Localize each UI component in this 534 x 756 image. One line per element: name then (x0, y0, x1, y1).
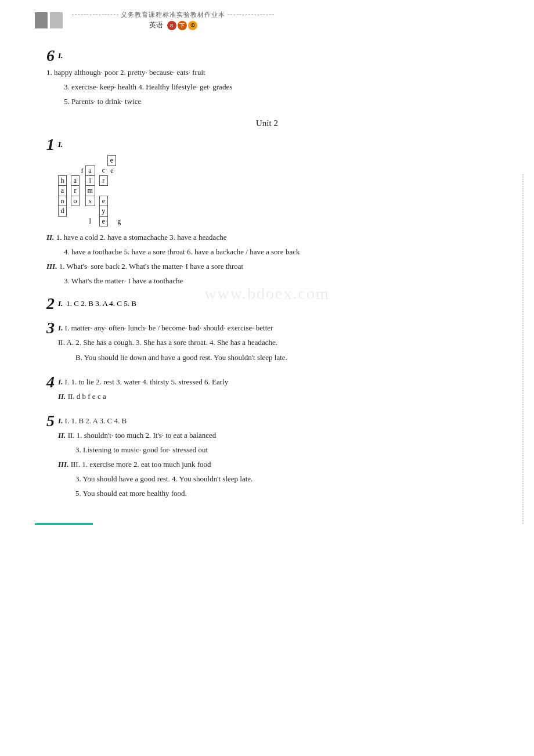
section-4-number: 4 (46, 374, 55, 390)
content-area: 6 I. 1. happy although· poor 2. pretty· … (0, 36, 534, 533)
section-1b-II-answer-2: 4. have a toothache 5. have a sore throa… (46, 246, 488, 258)
section-5: 5 I. I. 1. B 2. A 3. C 4. B II. II. 1. s… (46, 413, 488, 502)
cw-cell: s (85, 196, 95, 206)
section-6-header: 6 I. (46, 48, 488, 64)
section-4-II-answers: II. d b f e c a (68, 392, 106, 401)
cw-cell: e (107, 156, 116, 165)
section-3-number: 3 (46, 320, 55, 336)
section-5-IIIa: III. III. 1. exercise more 2. eat too mu… (58, 458, 252, 471)
section-1b-III-answer-2: 3. What's the matter· I have a toothache (46, 275, 488, 287)
section-5-number: 5 (46, 413, 55, 429)
cw-cell: y (99, 206, 107, 216)
section-2: 2 I. 1. C 2. B 3. A 4. C 5. B (46, 296, 488, 312)
cw-cell: e (99, 196, 107, 206)
section-1b-number: 1 (46, 136, 55, 153)
crossword-table: e f a c e h (58, 155, 123, 226)
section-2-number: 2 (46, 296, 55, 312)
cw-cell: a (59, 186, 67, 196)
section-4-II-label: II. (58, 392, 66, 401)
header-dashed-line: 义务教育课程标准实验教材作业本 (72, 10, 274, 19)
section-6-answer-3: 5. Parents· to drink· twice (46, 95, 488, 108)
section-4-I: I. I. 1. to lie 2. rest 3. water 4. thir… (58, 376, 228, 388)
page: 义务教育课程标准实验教材作业本 英语 8 下 ① 6 I. 1. happy a… (0, 0, 534, 756)
section-2-answers: 1. C 2. B 3. A 4. C 5. B (66, 299, 136, 308)
cw-cell: m (85, 186, 95, 196)
header-text: 义务教育课程标准实验教材作业本 英语 8 下 ① (72, 10, 274, 30)
cw-cell: e (99, 216, 107, 226)
section-2-header: 2 I. 1. C 2. B 3. A 4. C 5. B (46, 296, 488, 312)
cw-cell: a (85, 165, 95, 175)
cw-cell: o (71, 196, 80, 206)
section-6-number: 6 (46, 48, 55, 64)
logo-block-light (50, 12, 63, 28)
section-5-IIIc: 5. You should eat more healthy food. (58, 487, 252, 500)
cw-cell: h (59, 176, 67, 186)
bottom-teal-line (35, 523, 93, 525)
section-5-IIIb: 3. You should have a good rest. 4. You s… (58, 473, 252, 485)
section-5-III-label: III. (58, 460, 68, 469)
II-label: II. (46, 233, 54, 242)
section-2-label: I. (58, 299, 63, 308)
section-1b-II-label: II. 1. have a cold 2. have a stomachache… (46, 231, 488, 244)
section-1b-label-I: I. (58, 140, 63, 149)
cw-cell: r (71, 186, 80, 196)
header-subtitle: 英语 8 下 ① (72, 20, 274, 30)
logo (35, 12, 63, 28)
section-3-I-answers: I. matter· any· often· lunch· be / becom… (65, 323, 273, 332)
section-1b-header: 1 I. (46, 136, 488, 153)
crossword-grid: e f a c e h (58, 155, 488, 226)
badge-8: 8 (167, 21, 176, 30)
section-4-header: 4 I. I. 1. to lie 2. rest 3. water 4. th… (46, 374, 488, 405)
section-1b-III-label: III. 1. What's· sore back 2. What's the … (46, 260, 488, 273)
subtitle-text: 英语 (149, 21, 163, 29)
logo-block-dark (35, 12, 48, 28)
header-title: 义务教育课程标准实验教材作业本 (121, 10, 225, 19)
cw-cell: i (85, 176, 95, 186)
right-dotted-border (522, 174, 524, 524)
section-5-IIIa-answers: III. 1. exercise more 2. eat too much ju… (71, 460, 211, 469)
section-3-IIB: B. You should lie down and have a good r… (58, 351, 287, 364)
II-answer-1: 1. have a cold 2. have a stomachache 3. … (56, 233, 227, 242)
section-5-I: I. I. 1. B 2. A 3. C 4. B (58, 415, 252, 427)
section-3-I-label: I. (58, 323, 63, 332)
section-6-label: I. (58, 51, 63, 60)
badge-1: ① (188, 21, 197, 30)
badge-xia: 下 (178, 21, 187, 30)
page-header: 义务教育课程标准实验教材作业本 英语 8 下 ① (0, 0, 534, 36)
section-3-header: 3 I. I. matter· any· often· lunch· be / … (46, 320, 488, 365)
dashed-left (72, 15, 118, 15)
section-5-IIa-answers: II. 1. shouldn't· too much 2. It's· to e… (68, 431, 217, 440)
section-3-IIA: II. A. 2. She has a cough. 3. She has a … (58, 336, 287, 349)
section-5-I-label: I. (58, 416, 63, 425)
section-3: 3 I. I. matter· any· often· lunch· be / … (46, 320, 488, 365)
section-5-I-answers: I. 1. B 2. A 3. C 4. B (65, 416, 127, 425)
section-3-I: I. I. matter· any· often· lunch· be / be… (58, 322, 287, 334)
section-6-answer-2: 3. exercise· keep· health 4. Healthy lif… (46, 81, 488, 93)
dashed-right (228, 15, 274, 15)
cw-cell: a (71, 176, 80, 186)
section-5-IIa: II. II. 1. shouldn't· too much 2. It's· … (58, 429, 252, 442)
section-4-I-label: I. (58, 377, 63, 386)
section-4-I-answers: I. 1. to lie 2. rest 3. water 4. thirsty… (65, 377, 229, 386)
section-4: 4 I. I. 1. to lie 2. rest 3. water 4. th… (46, 374, 488, 405)
unit-2-title: Unit 2 (46, 118, 488, 128)
section-4-II: II. II. d b f e c a (58, 390, 228, 403)
header-badge: 8 下 ① (167, 21, 197, 30)
section-5-header: 5 I. I. 1. B 2. A 3. C 4. B II. II. 1. s… (46, 413, 488, 502)
III-answer-1: 1. What's· sore back 2. What's the matte… (59, 262, 244, 271)
section-1b: 1 I. e f a (46, 136, 488, 287)
section-5-IIb: 3. Listening to music· good for· stresse… (58, 444, 252, 456)
cw-cell: d (59, 206, 67, 216)
section-5-II-label: II. (58, 431, 66, 440)
section-6-answer-1: 1. happy although· poor 2. pretty· becau… (46, 66, 488, 79)
III-label: III. (46, 262, 57, 271)
cw-cell: n (59, 196, 67, 206)
cw-cell: r (99, 176, 107, 186)
section-6: 6 I. 1. happy although· poor 2. pretty· … (46, 48, 488, 108)
